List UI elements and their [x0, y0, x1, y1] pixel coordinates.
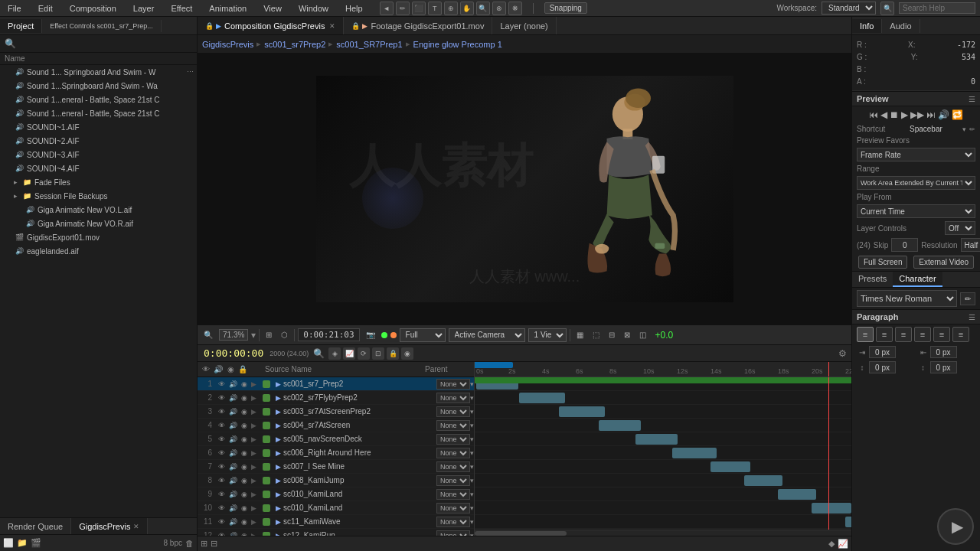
list-item[interactable]: 🔊 Sound 1...Springboard And Swim - Wa	[0, 79, 197, 93]
font-select[interactable]: Times New Roman	[857, 290, 957, 307]
parent-select[interactable]: None	[436, 420, 470, 431]
preview-next-frame-btn[interactable]: ▶▶	[910, 109, 924, 120]
tl-solo-btn[interactable]: ◉	[401, 347, 413, 360]
layer-solo-icon[interactable]: ◉	[239, 434, 250, 445]
table-row[interactable]: 2 👁 🔊 ◉ ▶ ▶ sc002_sr7FlybyPrep2 None ▾	[198, 391, 474, 405]
preview-loop-btn[interactable]: 🔁	[952, 109, 963, 120]
lock2-icon[interactable]: 🔒	[237, 364, 248, 375]
expand-icon[interactable]: ▶	[251, 504, 260, 512]
layer-solo-icon[interactable]: ◉	[239, 448, 250, 458]
tb-select[interactable]: ⊕	[444, 2, 458, 15]
viewer-3d-btn[interactable]: ⬚	[590, 330, 603, 340]
align-left-btn[interactable]: ≡	[857, 327, 874, 342]
table-row[interactable]: 10 👁 🔊 ◉ ▶ ▶ sc010_KamiLand None ▾	[198, 501, 474, 515]
layer-audio-icon[interactable]: 🔊	[227, 420, 238, 431]
indent-before-input[interactable]	[869, 346, 896, 358]
tab-close-icon[interactable]: ✕	[329, 22, 335, 30]
skip-input[interactable]	[891, 238, 918, 252]
parent-select[interactable]: None	[436, 475, 470, 486]
table-row[interactable]: 1 👁 🔊 ◉ ▶ ▶ sc001_sr7_Prep2 None ▾	[198, 377, 474, 391]
bar-layer-7[interactable]	[710, 461, 750, 472]
layer-solo-icon[interactable]: ◉	[239, 517, 250, 527]
layer-solo-icon[interactable]: ◉	[239, 489, 250, 500]
expand-icon[interactable]: ▶	[251, 435, 260, 443]
viewer-safe-btn[interactable]: ⊟	[606, 330, 618, 340]
layer-solo-icon[interactable]: ◉	[239, 530, 250, 536]
tab-render-queue[interactable]: Render Queue	[0, 518, 71, 534]
menu-layer[interactable]: Layer	[130, 2, 158, 15]
tb-text[interactable]: T	[428, 2, 442, 15]
tab-character[interactable]: Character	[893, 272, 942, 287]
layer-audio-icon[interactable]: 🔊	[227, 393, 238, 403]
snapping-button[interactable]: Snapping	[544, 2, 587, 14]
space-before-input[interactable]	[869, 361, 896, 373]
layer-eye-icon[interactable]: 👁	[216, 530, 227, 536]
tb-puppet[interactable]: ❋	[508, 2, 522, 15]
preview-audio-btn[interactable]: 🔊	[938, 109, 949, 120]
tab-presets[interactable]: Presets	[852, 272, 893, 287]
tab-effect-controls[interactable]: Effect Controls sc001_sr7_Prep...	[42, 20, 161, 32]
layer-eye-icon[interactable]: 👁	[216, 379, 227, 390]
paragraph-menu-icon[interactable]: ☰	[969, 313, 975, 321]
preview-first-btn[interactable]: ⏮	[869, 109, 878, 120]
viewer-magnify-icon[interactable]: 🔍	[201, 330, 216, 340]
comp-tab-layer[interactable]: Layer (none)	[492, 17, 556, 34]
bar-layer-2[interactable]	[519, 393, 565, 403]
table-row[interactable]: 6 👁 🔊 ◉ ▶ ▶ sc006_Right Around Here None…	[198, 446, 474, 460]
bar-layer-4[interactable]	[599, 420, 641, 431]
list-item[interactable]: 🔊 Giga Animatic New VO.R.aif	[0, 217, 197, 230]
preview-play-btn[interactable]: ▶	[901, 109, 908, 120]
layer-solo-icon[interactable]: ◉	[239, 406, 250, 417]
new-comp-icon[interactable]: 🎬	[31, 538, 41, 548]
frame-rate-select[interactable]: Frame Rate	[857, 148, 975, 161]
comp-tab-gigdisc[interactable]: 🔒 ▶ Composition GigdiscPrevis ✕	[198, 17, 344, 34]
layer-audio-icon[interactable]: 🔊	[227, 461, 238, 472]
expand-icon[interactable]: ▶	[251, 491, 260, 498]
range-select[interactable]: Work Area Extended By Current Ti...	[857, 176, 975, 190]
tb-pen[interactable]: ✏	[396, 2, 410, 15]
layer-solo-icon[interactable]: ◉	[239, 461, 250, 472]
menu-help[interactable]: Help	[342, 2, 366, 15]
table-row[interactable]: 5 👁 🔊 ◉ ▶ ▶ sc005_navScreenDeck None ▾	[198, 432, 474, 446]
list-item[interactable]: 🔊 SOUNDI~4.AIF	[0, 161, 197, 175]
quality-select[interactable]: Full	[400, 328, 446, 342]
delete-icon[interactable]: 🗑	[185, 539, 194, 548]
tab-close-icon[interactable]: ✕	[133, 523, 139, 530]
bar-layer-3[interactable]	[559, 406, 605, 417]
bar-layer-6[interactable]	[672, 448, 717, 458]
bar-layer-5[interactable]	[635, 434, 678, 445]
layer-audio-icon[interactable]: 🔊	[227, 379, 238, 390]
tb-roto[interactable]: ⊗	[492, 2, 506, 15]
layer-audio-icon[interactable]: 🔊	[227, 475, 238, 486]
viewer-transparency-btn[interactable]: ◫	[636, 330, 649, 340]
list-item[interactable]: 🔊 Sound 1... Springboard And Swim - W ⋯	[0, 65, 197, 79]
workspace-select[interactable]: Standard	[822, 2, 876, 15]
align-right-btn[interactable]: ≡	[895, 327, 912, 342]
preview-prev-frame-btn[interactable]: ◀	[880, 109, 887, 120]
list-item[interactable]: 🔊 SOUNDI~3.AIF	[0, 148, 197, 161]
expand-icon[interactable]: ▶	[251, 518, 260, 526]
resolution-select[interactable]: Half	[961, 238, 980, 252]
preview-menu-icon[interactable]: ☰	[969, 95, 975, 103]
expand-arrow[interactable]: ▸	[14, 192, 21, 200]
tb-arrow[interactable]: ◄	[380, 2, 394, 15]
expand-icon[interactable]: ▶	[251, 394, 260, 402]
layer-audio-icon[interactable]: 🔊	[227, 434, 238, 445]
active-camera-select[interactable]: Active Camera	[449, 328, 525, 342]
tl-graph-icon[interactable]: 📈	[838, 539, 848, 549]
layer-eye-icon[interactable]: 👁	[216, 461, 227, 472]
bar-layer-8[interactable]	[744, 475, 782, 486]
tl-search-btn[interactable]: 🔍	[312, 348, 326, 359]
tl-keyframe-icon[interactable]: ◆	[828, 539, 835, 549]
tab-info[interactable]: Info	[852, 19, 882, 33]
layer-solo-icon[interactable]: ◉	[239, 393, 250, 403]
tab-audio[interactable]: Audio	[882, 19, 920, 33]
layer-audio-icon[interactable]: 🔊	[227, 503, 238, 514]
align-center-btn[interactable]: ≡	[876, 327, 893, 342]
layer-eye-icon[interactable]: 👁	[216, 420, 227, 431]
table-row[interactable]: 11 👁 🔊 ◉ ▶ ▶ sc11_KamiWave None ▾	[198, 515, 474, 529]
list-item[interactable]: 🔊 SOUNDI~1.AIF	[0, 120, 197, 134]
menu-window[interactable]: Window	[296, 2, 332, 15]
tb-zoom-tool[interactable]: 🔍	[476, 2, 490, 15]
search-icon[interactable]: 🔍	[880, 2, 894, 15]
